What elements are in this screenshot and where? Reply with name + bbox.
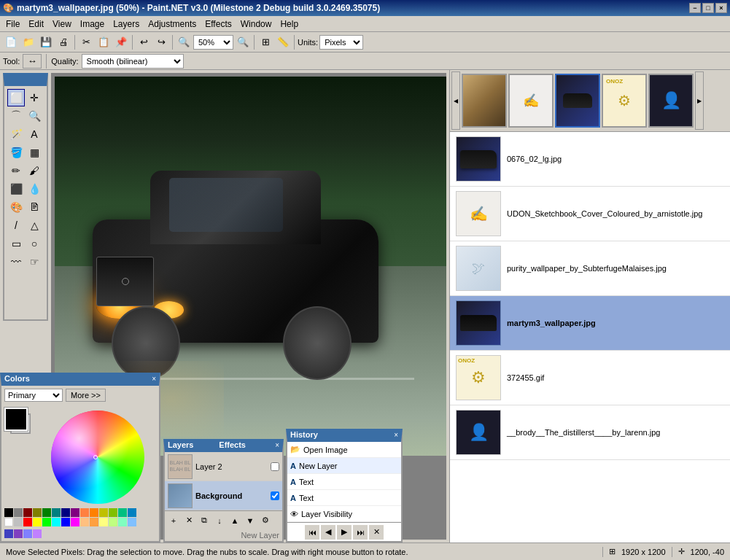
tool-shapes[interactable]: △ [26,217,43,234]
tool-eraser[interactable]: ⬛ [7,180,25,198]
cut-button[interactable]: ✂ [78,34,94,50]
tool-pencil[interactable]: ✏ [7,162,25,179]
palette-orange2[interactable] [90,508,98,517]
paste-button[interactable]: 📌 [113,34,129,50]
palette-indigo[interactable] [4,529,13,538]
menu-edit[interactable]: Edit [24,18,48,31]
history-clear-btn[interactable]: ✕ [369,525,384,540]
palette-navy[interactable] [61,508,70,517]
palette-lime[interactable] [42,518,51,526]
new-button[interactable]: 📄 [3,34,19,50]
palette-cyan[interactable] [52,518,61,526]
layers-add-btn[interactable]: + [166,513,181,528]
layers-delete-btn[interactable]: ✕ [182,513,196,528]
palette-lightblue[interactable] [128,518,136,526]
layers-merge-btn[interactable]: ↓ [212,513,227,528]
thumb-4[interactable]: ONOZ ⚙ [602,74,647,128]
palette-green[interactable] [42,508,51,517]
tool-gradient[interactable]: ▦ [26,144,43,161]
color-wheel[interactable] [51,411,144,504]
copy-button[interactable]: 📋 [96,34,112,50]
tool-zoom[interactable]: 🔍 [26,107,43,125]
tool-clone[interactable]: 🖹 [26,198,43,216]
menu-file[interactable]: File [1,18,24,31]
palette-lightyellow[interactable] [99,518,108,526]
history-item-3[interactable]: A Text [287,474,401,490]
print-button[interactable]: 🖨 [55,34,71,50]
layer-check-bg[interactable] [271,491,279,500]
palette-orange1[interactable] [80,508,89,517]
palette-black[interactable] [4,508,13,517]
palette-violet[interactable] [14,529,23,538]
current-tool-icon[interactable]: ↔ [23,54,42,69]
tool-colorpicker[interactable]: 💧 [26,180,43,198]
menu-help[interactable]: Help [276,18,303,31]
grid-button[interactable]: ⊞ [257,34,273,50]
palette-lightcyan[interactable] [118,518,127,526]
file-item-6[interactable]: 👤 __brody__The_distillerst____by_larenn.… [450,405,730,460]
layers-props-btn[interactable]: ⚙ [258,513,273,528]
units-select[interactable]: Pixels Inches [319,35,363,50]
palette-blue[interactable] [61,518,70,526]
layer-item-bg[interactable]: Background [165,481,282,510]
file-item-4[interactable]: martym3_wallpaper.jpg [450,296,730,351]
tool-recolor[interactable]: 🎨 [7,198,25,216]
palette-cyan1[interactable] [118,508,127,517]
history-item-2[interactable]: A New Layer [287,458,401,474]
history-last-btn[interactable]: ⏭ [353,525,368,540]
zoom-in-button[interactable]: 🔍 [235,34,251,50]
layers-down-btn[interactable]: ▼ [243,513,257,528]
palette-lightlime[interactable] [109,518,117,526]
maximize-button[interactable]: □ [702,3,714,13]
menu-effects[interactable]: Effects [201,18,236,31]
palette-yellow[interactable] [33,518,42,526]
tool-paint-bucket[interactable]: 🪣 [7,144,25,161]
history-panel-close[interactable]: × [394,431,398,439]
tool-text[interactable]: A [26,125,43,143]
palette-white[interactable] [4,518,13,526]
thumb-scroll-right[interactable]: ▶ [695,71,704,130]
palette-blue1[interactable] [128,508,136,517]
history-first-btn[interactable]: ⏮ [305,525,319,540]
tool-select-rect[interactable]: ⬜ [7,89,25,106]
layer-check-2[interactable] [271,462,279,471]
more-button[interactable]: More >> [66,389,106,402]
menu-image[interactable]: Image [76,18,109,31]
thumb-1[interactable] [462,74,507,128]
tool-freeform[interactable]: 〰 [7,253,25,271]
palette-lime1[interactable] [109,508,117,517]
thumb-2[interactable]: ✍ [508,74,554,128]
tools-panel-close[interactable]: × [41,74,45,82]
primary-select[interactable]: Primary [4,389,63,402]
history-prev-btn[interactable]: ◀ [321,525,335,540]
file-item-1[interactable]: 0676_02_lg.jpg [450,132,730,187]
minimize-button[interactable]: − [689,3,701,13]
palette-magenta[interactable] [71,518,79,526]
palette-teal[interactable] [52,508,61,517]
thumb-5[interactable]: 👤 [648,74,694,128]
file-item-3[interactable]: 🕊 purity_wallpaper_by_SubterfugeMalaises… [450,241,730,296]
tool-line[interactable]: / [7,217,25,234]
layer-item-2[interactable]: BLAH BLBLAH BL Layer 2 [165,452,282,481]
menu-layers[interactable]: Layers [109,18,144,31]
palette-yellow1[interactable] [99,508,108,517]
zoom-out-button[interactable]: 🔍 [176,34,192,50]
thumb-3[interactable] [555,74,600,128]
zoom-select[interactable]: 50% 100% 200% [193,35,233,50]
palette-peach[interactable] [80,518,89,526]
history-item-1[interactable]: 📂 Open Image [287,442,401,458]
tool-rect-shape[interactable]: ▭ [7,235,25,252]
close-button[interactable]: × [715,3,727,13]
tool-ellipse[interactable]: ○ [26,235,43,252]
palette-silver[interactable] [14,518,23,526]
palette-lightindigo[interactable] [23,529,32,538]
history-item-5[interactable]: 👁 Layer Visibility [287,506,401,522]
tool-paintbrush[interactable]: 🖌 [26,162,43,179]
thumb-scroll-left[interactable]: ◀ [451,71,460,130]
tool-lasso[interactable]: ⌒ [7,107,25,125]
primary-color-swatch[interactable] [4,408,28,431]
tool-magic-wand[interactable]: 🪄 [7,125,25,143]
layers-panel-close[interactable]: × [275,441,279,449]
palette-lightviolet[interactable] [33,529,42,538]
palette-purple[interactable] [71,508,79,517]
